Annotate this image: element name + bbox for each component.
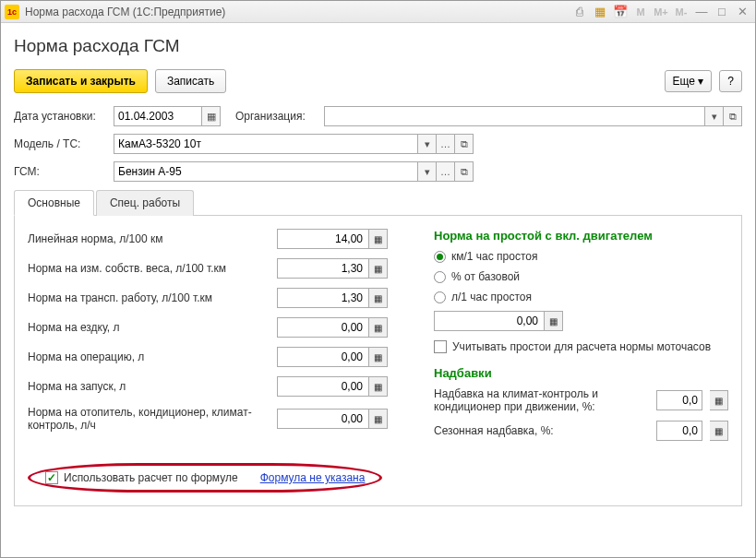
start-norm-label: Норма на запуск, л [28,380,277,393]
checkbox-icon [434,340,447,353]
season-surcharge-input[interactable] [656,421,702,441]
radio-icon [434,271,446,283]
print-icon[interactable]: ⎙ [570,4,589,20]
linear-norm-label: Линейная норма, л/100 км [28,232,277,245]
transport-norm-label: Норма на трансп. работу, л/100 т.км [28,291,277,304]
org-input[interactable] [324,106,705,126]
calc-icon[interactable]: ▦ [710,390,728,410]
fuel-input[interactable] [114,161,418,182]
app-logo-icon: 1c [5,5,19,19]
page-title: Норма расхода ГСМ [14,36,742,56]
radio-icon [434,291,446,303]
save-and-close-button[interactable]: Записать и закрыть [14,69,148,93]
model-label: Модель / ТС: [14,137,106,150]
maximize-icon[interactable]: □ [713,4,731,20]
own-weight-norm-input[interactable] [277,258,369,279]
surcharges-title: Надбавки [434,366,728,380]
start-norm-input[interactable] [277,376,369,397]
operation-norm-label: Норма на операцию, л [28,350,277,363]
fuel-select-icon[interactable]: … [437,161,455,182]
idle-value-input[interactable] [434,311,545,331]
org-dropdown-icon[interactable]: ▾ [705,106,724,126]
tab-main[interactable]: Основные [14,190,94,216]
model-dropdown-icon[interactable]: ▾ [418,134,437,154]
help-button[interactable]: ? [719,70,742,92]
transport-norm-input[interactable] [277,288,369,308]
own-weight-norm-label: Норма на изм. собств. веса, л/100 т.км [28,262,277,275]
calendar-icon[interactable]: 📅 [611,4,630,20]
fuel-open-icon[interactable]: ⧉ [455,161,474,182]
m-button[interactable]: M [631,4,650,20]
window-title: Норма расхода ГСМ (1С:Предприятие) [25,6,570,18]
trip-norm-input[interactable] [277,317,369,338]
calc-icon[interactable]: ▦ [369,258,388,279]
calc-icon[interactable]: ▦ [369,409,388,429]
titlebar: 1c Норма расхода ГСМ (1С:Предприятие) ⎙ … [1,1,755,23]
climate-surcharge-input[interactable] [656,390,702,410]
account-idle-check[interactable]: Учитывать простои для расчета нормы мото… [434,340,728,353]
m-plus-button[interactable]: M+ [652,4,670,20]
heater-norm-input[interactable] [277,409,369,429]
calc-icon[interactable]: ▦ [369,347,388,367]
calculator-icon[interactable]: ▦ [591,4,609,20]
org-open-icon[interactable]: ⧉ [724,106,742,126]
calc-icon[interactable]: ▦ [369,288,388,308]
tab-special[interactable]: Спец. работы [96,190,194,216]
calc-icon[interactable]: ▦ [545,311,563,331]
date-input[interactable] [114,106,202,126]
chevron-down-icon: ▾ [698,75,703,88]
fuel-dropdown-icon[interactable]: ▾ [418,161,437,182]
idle-option-km[interactable]: км/1 час простоя [434,250,728,263]
idle-option-liter[interactable]: л/1 час простоя [434,291,728,303]
season-surcharge-label: Сезонная надбавка, %: [434,424,649,437]
heater-norm-label: Норма на отопитель, кондиционер, климат-… [28,406,277,432]
minimize-icon[interactable]: — [692,4,711,20]
model-input[interactable] [114,134,418,154]
climate-surcharge-label: Надбавка на климат-контроль и кондиционе… [434,387,649,413]
linear-norm-input[interactable] [277,229,369,249]
trip-norm-label: Норма на ездку, л [28,321,277,334]
more-button[interactable]: Еще ▾ [665,70,713,92]
operation-norm-input[interactable] [277,347,369,367]
checkbox-checked-icon [45,471,58,484]
org-label: Организация: [235,110,317,123]
model-open-icon[interactable]: ⧉ [455,134,474,154]
date-label: Дата установки: [14,110,106,123]
m-minus-button[interactable]: M- [672,4,690,20]
save-button[interactable]: Записать [155,69,226,93]
calc-icon[interactable]: ▦ [369,317,388,338]
calc-icon[interactable]: ▦ [369,376,388,397]
fuel-label: ГСМ: [14,165,106,178]
calc-icon[interactable]: ▦ [710,421,728,441]
idle-option-percent[interactable]: % от базовой [434,270,728,283]
formula-highlight: Использовать расчет по формуле Формула н… [28,463,382,493]
close-icon[interactable]: ✕ [733,4,751,20]
calc-icon[interactable]: ▦ [369,229,388,249]
model-select-icon[interactable]: … [437,134,455,154]
radio-checked-icon [434,251,446,263]
use-formula-check[interactable]: Использовать расчет по формуле [45,471,238,484]
date-calendar-icon[interactable]: ▦ [202,106,221,126]
formula-link[interactable]: Формула не указана [260,471,366,484]
idle-title: Норма на простой с вкл. двигателем [434,229,728,243]
